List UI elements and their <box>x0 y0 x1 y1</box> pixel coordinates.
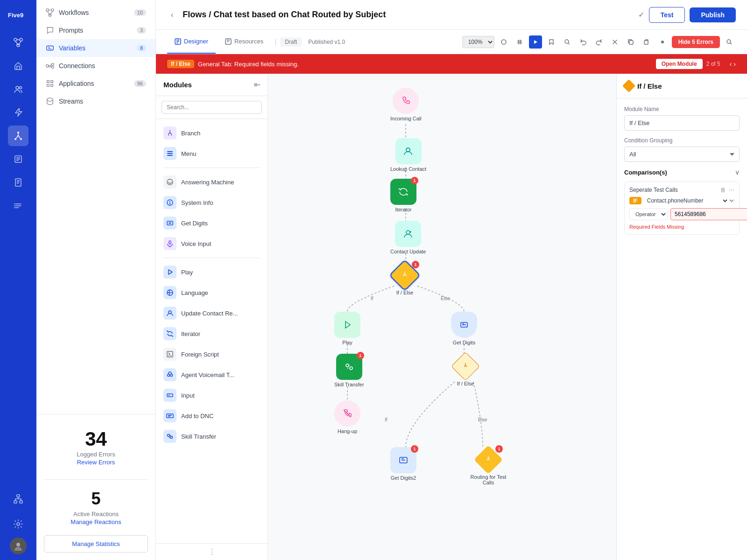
toolbar-search-icon[interactable] <box>561 35 574 49</box>
manage-statistics-button[interactable]: Manage Statistics <box>44 535 148 553</box>
module-item-play[interactable]: Play <box>156 262 268 282</box>
node-if-else-2[interactable]: If / Else <box>453 354 478 386</box>
node-contact-update[interactable]: Contact Update <box>390 221 426 254</box>
node-hang-up[interactable]: Hang-up <box>334 400 360 434</box>
svg-point-20 <box>51 9 54 11</box>
svg-rect-23 <box>46 64 49 67</box>
nav-flows-icon[interactable] <box>8 126 28 146</box>
node-incoming-call[interactable]: Incoming Call <box>390 88 422 121</box>
module-name-input[interactable] <box>624 115 740 131</box>
nav-workflows-icon[interactable] <box>8 32 28 53</box>
sidebar-item-connections[interactable]: Connections <box>36 57 155 75</box>
test-button[interactable]: Test <box>649 7 685 23</box>
module-item-sysinfo[interactable]: System Info <box>156 192 268 213</box>
if-else-main-label: If / Else <box>396 290 414 295</box>
tab-resources[interactable]: Resources <box>218 30 271 54</box>
flow-canvas[interactable]: If Else If Else Incoming Call Lookup Con… <box>268 74 616 560</box>
manage-reactions-link[interactable]: Manage Reactions <box>70 518 121 525</box>
hide-errors-button[interactable]: Hide 5 Errors <box>672 36 720 48</box>
contact-field-select[interactable]: Contact.phoneNumber <box>645 197 729 204</box>
toolbar-dot-icon[interactable] <box>656 35 669 49</box>
condition-grouping-select[interactable]: All Any <box>624 147 740 162</box>
module-item-foreignscript[interactable]: Foreign Script <box>156 344 268 364</box>
nav-settings-icon[interactable] <box>8 514 28 534</box>
nav-lightning-icon[interactable] <box>8 102 28 123</box>
operator-value-row: Operator = != <box>629 208 734 220</box>
nav-people-icon[interactable] <box>8 79 28 99</box>
module-updatecontact-label: Update Contact Re... <box>181 310 238 317</box>
toolbar-copy-icon[interactable] <box>624 35 637 49</box>
node-if-else-main[interactable]: 1 If / Else <box>392 263 417 295</box>
node-get-digits-2[interactable]: 1 Get Digits2 <box>390 447 416 481</box>
nav-reports-icon[interactable] <box>8 149 28 169</box>
back-button[interactable]: ‹ <box>167 9 177 21</box>
sidebar-applications-badge: 96 <box>134 80 146 87</box>
module-item-answering[interactable]: Answering Machine <box>156 172 268 192</box>
comparison-more-icon[interactable]: ⋯ <box>729 187 734 193</box>
toolbar-paste-icon[interactable] <box>640 35 653 49</box>
modules-resize-handle[interactable]: ⋮ <box>156 543 268 560</box>
toolbar-redo-icon[interactable] <box>592 35 606 49</box>
nav-list-icon[interactable] <box>8 196 28 216</box>
node-skill-transfer[interactable]: 1 Skill Transfer <box>334 354 364 387</box>
module-item-iterator[interactable]: Iterator <box>156 323 268 344</box>
modules-search-input[interactable] <box>162 101 262 114</box>
comparisons-toggle-icon[interactable]: ∨ <box>735 168 740 176</box>
module-item-agentvoicemail[interactable]: Agent Voicemail T... <box>156 364 268 385</box>
module-voiceinput-icon <box>163 237 176 250</box>
svg-rect-35 <box>167 153 173 154</box>
error-prev-arrow[interactable]: ‹ <box>730 60 732 68</box>
node-lookup-contact[interactable]: Lookup Contact <box>390 138 426 172</box>
node-iterator[interactable]: 1 Iterator <box>390 179 416 212</box>
node-routing-test[interactable]: 1 Routing for Test Calls <box>470 447 507 485</box>
module-item-input[interactable]: Input <box>156 385 268 406</box>
module-item-branch[interactable]: Branch <box>156 123 268 143</box>
module-item-voiceinput[interactable]: Voice Input <box>156 233 268 254</box>
module-item-language[interactable]: Language <box>156 282 268 303</box>
header-actions: ✓ Test Publish <box>638 7 736 23</box>
node-play[interactable]: Play <box>334 312 360 345</box>
draft-badge[interactable]: Draft <box>280 37 302 47</box>
toolbar-close-icon[interactable] <box>608 35 621 49</box>
module-item-addtodnc[interactable]: Add to DNC <box>156 406 268 426</box>
svg-rect-36 <box>167 155 173 156</box>
toolbar-circle-icon[interactable] <box>497 35 510 49</box>
sidebar-workflows-label: Workflows <box>59 9 89 16</box>
sidebar-item-prompts[interactable]: Prompts 3 <box>36 21 155 39</box>
error-next-arrow[interactable]: › <box>733 60 736 68</box>
toolbar-bookmark-icon[interactable] <box>545 35 558 49</box>
modules-collapse-icon[interactable]: ⇤ <box>254 80 260 89</box>
toolbar-grid-icon[interactable] <box>513 35 526 49</box>
tab-separator: | <box>275 38 276 46</box>
toolbar-play-icon[interactable] <box>529 35 542 49</box>
module-item-updatecontact[interactable]: Update Contact Re... <box>156 303 268 323</box>
sidebar-item-streams[interactable]: Streams <box>36 92 155 110</box>
module-language-icon <box>163 286 176 299</box>
tab-designer[interactable]: Designer <box>167 30 216 54</box>
module-item-skilltransfer[interactable]: Skill Transfer <box>156 426 268 447</box>
module-menu-icon <box>163 147 176 160</box>
open-module-button[interactable]: Open Module <box>656 59 703 69</box>
published-badge[interactable]: Published v1.0 <box>303 37 350 47</box>
nav-home-icon[interactable] <box>8 56 28 76</box>
zoom-select[interactable]: 100% 75% 50% 125% <box>462 36 494 48</box>
comparison-delete-icon[interactable]: 🗑 <box>720 187 726 193</box>
review-errors-link[interactable]: Review Errors <box>77 459 115 466</box>
nav-org-icon[interactable] <box>8 489 28 509</box>
sidebar-item-workflows[interactable]: Workflows 10 <box>36 4 155 21</box>
sidebar-item-applications[interactable]: Applications 96 <box>36 75 155 92</box>
module-item-menu[interactable]: Menu <box>156 143 268 164</box>
module-item-getdigits[interactable]: Get Digits <box>156 213 268 233</box>
module-getdigits-label: Get Digits <box>181 220 208 227</box>
operator-select[interactable]: Operator = != <box>629 208 668 220</box>
nav-docs-icon[interactable] <box>8 172 28 193</box>
main-content: ‹ Flows / Chat test based on Chat Routed… <box>156 0 747 560</box>
sidebar-item-variables[interactable]: Variables 8 <box>36 39 155 57</box>
node-get-digits[interactable]: Get Digits <box>451 312 477 345</box>
publish-button[interactable]: Publish <box>690 7 736 22</box>
user-avatar[interactable] <box>10 538 27 554</box>
toolbar-search2-icon[interactable] <box>723 35 736 49</box>
value-input[interactable] <box>670 208 747 220</box>
toolbar-undo-icon[interactable] <box>577 35 590 49</box>
module-answering-icon <box>163 175 176 189</box>
